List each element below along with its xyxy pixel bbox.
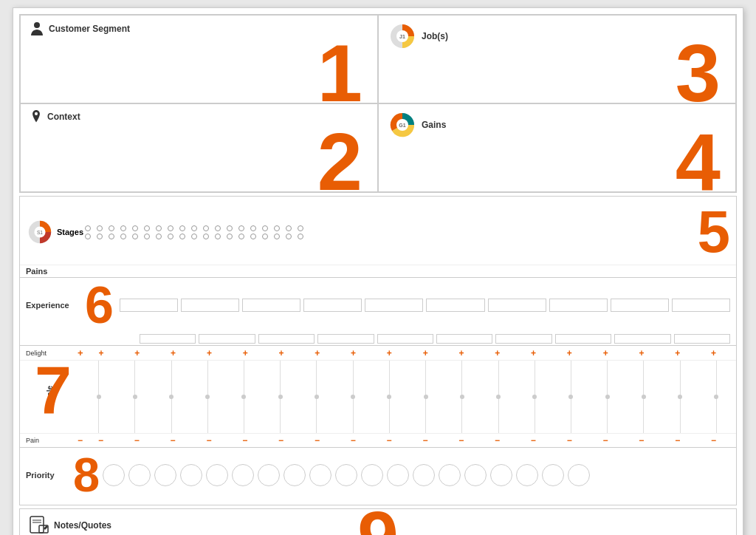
- svg-rect-11: [30, 517, 44, 533]
- pain-row: Pain − − − − − − − − − − − − − − − − − −…: [20, 434, 736, 448]
- sub-exp-box-5[interactable]: [377, 334, 433, 344]
- priority-circle-18[interactable]: [542, 464, 564, 486]
- canvas-wrapper: Customer Segment 1 J1 Job(s): [13, 7, 743, 535]
- box-context: Context 2: [20, 103, 378, 192]
- box4-label: G1 Gains: [388, 110, 726, 140]
- plus-col-3: +: [157, 348, 190, 358]
- priority-circle-4[interactable]: [180, 464, 202, 486]
- exp-box-4[interactable]: [303, 299, 362, 312]
- delight-row: Delight + + + + + + + + + + + + + + + + …: [20, 345, 736, 360]
- plus-col-8: +: [337, 348, 370, 358]
- box1-title: Customer Segment: [49, 24, 130, 34]
- svg-point-0: [34, 22, 40, 28]
- minus-col-4: −: [193, 435, 226, 446]
- minus-col-2: −: [120, 435, 154, 446]
- priority-circle-5[interactable]: [206, 464, 228, 486]
- plus-col-11: +: [445, 348, 478, 358]
- delight-plus-icon: +: [78, 347, 83, 358]
- notes-label-container: Notes/Quotes: [29, 515, 111, 535]
- exp-box-5[interactable]: [365, 299, 423, 312]
- priority-circle-10[interactable]: [335, 464, 357, 486]
- dot-pair-13: [238, 225, 244, 239]
- sub-exp-box-1[interactable]: [140, 334, 196, 344]
- svg-text:S1: S1: [37, 230, 43, 235]
- exp-box-3[interactable]: [242, 299, 300, 312]
- priority-circle-16[interactable]: [490, 464, 512, 486]
- box4-title: Gains: [422, 120, 446, 130]
- notes-header: Notes/Quotes: [29, 515, 111, 535]
- plus-col-1: +: [85, 348, 118, 358]
- plus-col-9: +: [373, 348, 406, 358]
- exp-box-9[interactable]: [611, 299, 669, 312]
- sub-exp-box-4[interactable]: [317, 334, 374, 344]
- box3-label: J1 Job(s): [388, 21, 726, 51]
- gains-pie-container: G1: [388, 110, 417, 140]
- dot-pair-18: [298, 225, 303, 239]
- priority-circles: [103, 464, 730, 486]
- top-section: Customer Segment 1 J1 Job(s): [19, 14, 737, 193]
- sub-exp-box-9[interactable]: [614, 334, 670, 344]
- minus-col-12: −: [481, 435, 514, 446]
- box2-number: 2: [317, 121, 362, 192]
- plus-col-4: +: [193, 348, 226, 358]
- sub-exp-box-8[interactable]: [555, 334, 611, 344]
- experience-boxes: [120, 299, 730, 312]
- minus-col-6: −: [264, 435, 298, 446]
- sub-exp-box-7[interactable]: [495, 334, 551, 344]
- plus-col-12: +: [481, 348, 514, 358]
- box1-number: 1: [317, 33, 362, 103]
- svg-text:G1: G1: [399, 123, 405, 128]
- priority-circle-14[interactable]: [439, 464, 461, 486]
- plus-col-2: +: [120, 348, 154, 358]
- experience-number: 6: [85, 279, 114, 331]
- minus-col-10: −: [408, 435, 441, 446]
- dot-pair-3: [120, 225, 126, 239]
- dot-pair-17: [286, 225, 292, 239]
- priority-circle-13[interactable]: [413, 464, 435, 486]
- exp-box-7[interactable]: [488, 299, 546, 312]
- priority-circle-12[interactable]: [387, 464, 409, 486]
- dot-pair-6: [156, 225, 162, 239]
- sub-exp-box-3[interactable]: [258, 334, 315, 344]
- minus-col-15: −: [589, 435, 622, 446]
- priority-circle-8[interactable]: [284, 464, 306, 486]
- priority-circle-7[interactable]: [258, 464, 280, 486]
- priority-circle-3[interactable]: [154, 464, 176, 486]
- dot-pair-4: [132, 225, 138, 239]
- minus-col-16: −: [625, 435, 658, 446]
- priority-circle-11[interactable]: [361, 464, 383, 486]
- pains-row: Pains: [20, 265, 736, 277]
- pin-icon: [30, 110, 43, 123]
- pain-minus-row: − − − − − − − − − − − − − − − − − −: [84, 435, 730, 446]
- priority-circle-9[interactable]: [309, 464, 331, 486]
- stages-label: Stages: [57, 228, 83, 236]
- scale-lines: [79, 361, 736, 433]
- priority-circle-17[interactable]: [516, 464, 538, 486]
- sub-exp-box-6[interactable]: [436, 334, 492, 344]
- dot-pair-7: [168, 225, 173, 239]
- exp-box-10[interactable]: [672, 299, 730, 312]
- exp-box-8[interactable]: [549, 299, 608, 312]
- priority-circle-19[interactable]: [568, 464, 590, 486]
- box-jobs: J1 Job(s) 3: [378, 15, 736, 103]
- plus-col-6: +: [265, 348, 298, 358]
- minus-col-5: −: [228, 435, 261, 446]
- priority-circle-1[interactable]: [103, 464, 125, 486]
- pain-label: Pain: [26, 437, 78, 444]
- exp-box-1[interactable]: [120, 299, 178, 312]
- box1-label: Customer Segment: [30, 21, 368, 36]
- plus-col-14: +: [553, 348, 586, 358]
- sub-exp-box-10[interactable]: [674, 334, 730, 344]
- minus-col-11: −: [444, 435, 478, 446]
- middle-section: S1 Stages: [19, 196, 737, 505]
- box2-label: Context: [30, 110, 368, 123]
- priority-circle-15[interactable]: [464, 464, 487, 486]
- minus-col-17: −: [661, 435, 694, 446]
- exp-box-2[interactable]: [181, 299, 239, 312]
- exp-box-6[interactable]: [426, 299, 484, 312]
- priority-circle-6[interactable]: [232, 464, 254, 486]
- priority-circle-2[interactable]: [128, 464, 151, 486]
- sub-exp-box-2[interactable]: [199, 334, 255, 344]
- plus-col-10: +: [409, 348, 442, 358]
- box-customer-segment: Customer Segment 1: [20, 15, 378, 103]
